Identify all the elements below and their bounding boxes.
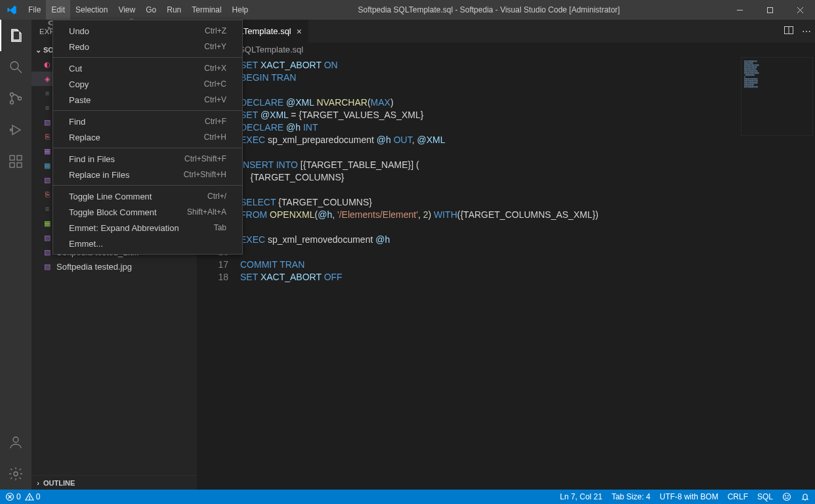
menu-item-emmet-[interactable]: Emmet... (53, 236, 242, 251)
menu-item-copy[interactable]: CopyCtrl+C (53, 76, 242, 92)
svg-line-5 (18, 69, 22, 73)
split-editor-icon[interactable] (784, 25, 794, 37)
status-bar: 0 0 Ln 7, Col 21 Tab Size: 4 UTF-8 with … (0, 490, 815, 504)
title-bar: FileEditSelectionViewGoRunTerminalHelp S… (0, 0, 815, 20)
menu-item-toggle-block-comment[interactable]: Toggle Block CommentShift+Alt+A (53, 204, 242, 220)
close-button[interactable] (785, 0, 815, 20)
status-ln-col[interactable]: Ln 7, Col 21 (560, 492, 602, 501)
status-errors[interactable]: 0 (5, 492, 21, 501)
svg-point-4 (10, 62, 18, 70)
chevron-right-icon: › (33, 479, 43, 487)
file-icon: ▦ (42, 146, 52, 156)
svg-rect-11 (10, 156, 14, 160)
editor-more-icon[interactable]: ⋯ (802, 26, 811, 37)
menu-item-run[interactable]: Run (161, 0, 186, 20)
file-icon: ▧ (42, 175, 52, 185)
file-icon: ▧ (42, 232, 52, 243)
menu-item-replace-in-files[interactable]: Replace in FilesCtrl+Shift+H (53, 167, 242, 182)
file-icon: ▧ (42, 261, 52, 272)
file-icon: ≡ (42, 102, 52, 113)
menu-item-find[interactable]: FindCtrl+F (53, 114, 242, 129)
menu-item-file[interactable]: File (23, 0, 46, 20)
code-content[interactable]: SET XACT_ABORT ONBEGIN TRAN DECLARE @XML… (240, 57, 815, 490)
menu-item-find-in-files[interactable]: Find in FilesCtrl+Shift+F (53, 151, 242, 167)
search-icon[interactable] (0, 51, 31, 83)
explorer-icon[interactable] (0, 20, 31, 51)
svg-marker-9 (12, 125, 20, 135)
notifications-icon[interactable] (801, 492, 810, 501)
activity-bar (0, 20, 31, 490)
menu-item-go[interactable]: Go (140, 0, 161, 20)
maximize-button[interactable] (755, 0, 785, 20)
menu-item-cut[interactable]: CutCtrl+X (53, 60, 242, 76)
file-icon: ▦ (42, 160, 52, 171)
menu-item-emmet-expand-abbreviation[interactable]: Emmet: Expand AbbreviationTab (53, 220, 242, 236)
menu-separator (53, 110, 242, 111)
svg-point-26 (788, 495, 789, 496)
status-encoding[interactable]: UTF-8 with BOM (659, 492, 718, 501)
menu-separator (53, 148, 242, 148)
menu-separator (53, 57, 242, 58)
svg-rect-14 (17, 156, 22, 160)
menu-item-redo[interactable]: RedoCtrl+Y (53, 39, 242, 54)
svg-point-7 (10, 101, 14, 104)
run-debug-icon[interactable] (0, 114, 31, 146)
edit-menu: UndoCtrl+ZRedoCtrl+YCutCtrl+XCopyCtrl+CP… (52, 20, 243, 255)
svg-rect-13 (17, 163, 22, 167)
status-language[interactable]: SQL (757, 492, 773, 501)
file-icon: ⎘ (42, 189, 52, 200)
window-title: Softpedia SQLTemplate.sql - Softpedia - … (253, 5, 724, 14)
settings-gear-icon[interactable] (0, 458, 31, 490)
source-control-icon[interactable] (0, 83, 31, 114)
outline-section-header[interactable]: › OUTLINE (31, 475, 197, 490)
menu-item-undo[interactable]: UndoCtrl+Z (53, 23, 242, 39)
svg-rect-12 (10, 163, 14, 167)
svg-point-25 (785, 495, 786, 496)
minimap[interactable]: ███ ████████ ███████ ███████████ ████ ██… (741, 57, 813, 136)
menu-item-terminal[interactable]: Terminal (186, 0, 226, 20)
file-icon: ◐ (42, 59, 52, 70)
menu-item-edit[interactable]: Edit (46, 0, 70, 20)
status-warnings[interactable]: 0 (25, 492, 41, 501)
svg-point-6 (10, 93, 14, 96)
file-icon: ◈ (42, 74, 52, 84)
vscode-logo-icon (0, 5, 23, 15)
svg-point-24 (784, 494, 791, 501)
menu-item-view[interactable]: View (113, 0, 140, 20)
menu-item-help[interactable]: Help (227, 0, 254, 20)
feedback-icon[interactable] (782, 492, 791, 501)
status-eol[interactable]: CRLF (728, 492, 748, 501)
file-icon: ≡ (42, 88, 52, 98)
code-editor[interactable]: 123456789101112131415161718 SET XACT_ABO… (197, 57, 815, 490)
menu-bar: FileEditSelectionViewGoRunTerminalHelp (23, 0, 253, 20)
chevron-down-icon: ⌄ (33, 46, 43, 54)
file-icon: ▦ (42, 218, 52, 228)
tab-actions: ⋯ (784, 20, 815, 43)
file-icon: ▧ (42, 247, 52, 257)
menu-item-toggle-line-comment[interactable]: Toggle Line CommentCtrl+/ (53, 188, 242, 204)
extensions-icon[interactable] (0, 146, 31, 177)
svg-point-15 (13, 437, 18, 442)
breadcrumb[interactable]: ◈ edia SQLTemplate.sql (197, 43, 815, 57)
svg-point-16 (14, 472, 18, 476)
menu-item-paste[interactable]: PasteCtrl+V (53, 92, 242, 108)
window-controls (724, 0, 815, 20)
svg-point-23 (29, 499, 30, 499)
tab-close-icon[interactable]: × (297, 27, 302, 36)
file-icon: ▧ (42, 117, 52, 127)
menu-separator (53, 185, 242, 186)
minimize-button[interactable] (724, 0, 755, 20)
svg-point-10 (10, 129, 12, 131)
accounts-icon[interactable] (0, 427, 31, 458)
status-tab-size[interactable]: Tab Size: 4 (612, 492, 650, 501)
file-icon: ⎘ (42, 131, 52, 142)
outline-label: OUTLINE (43, 479, 75, 487)
file-icon: ≡ (42, 203, 52, 214)
tabs-bar: ◈ ia SQLTemplate.sql × ⋯ (197, 20, 815, 43)
svg-rect-1 (767, 7, 772, 12)
file-label: Softpedia tested.jpg (56, 262, 132, 272)
menu-item-replace[interactable]: ReplaceCtrl+H (53, 129, 242, 145)
file-item[interactable]: ▧Softpedia tested.jpg (31, 259, 197, 274)
editor-area: ◈ ia SQLTemplate.sql × ⋯ ◈ edia SQLTempl… (197, 20, 815, 490)
menu-item-selection[interactable]: Selection (70, 0, 113, 20)
